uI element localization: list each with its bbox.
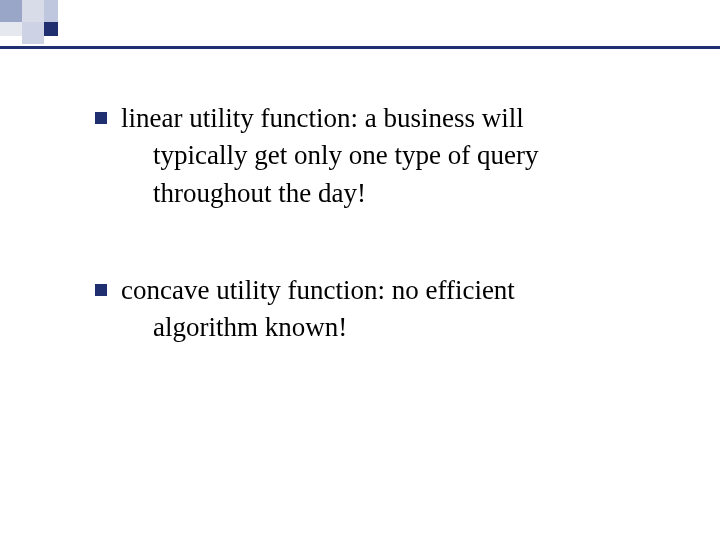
- bullet-lead-line: linear utility function: a business will: [121, 103, 524, 133]
- corner-decoration: [0, 0, 80, 46]
- bullet-lead-line: concave utility function: no efficient: [121, 275, 515, 305]
- list-item-text: linear utility function: a business will…: [121, 100, 660, 212]
- slide-content: linear utility function: a business will…: [95, 100, 660, 406]
- bullet-continuation: algorithm known!: [121, 309, 660, 346]
- list-item: concave utility function: no efficient a…: [95, 272, 660, 347]
- bullet-continuation: typically get only one type of query thr…: [121, 137, 660, 212]
- square-bullet-icon: [95, 284, 107, 296]
- square-bullet-icon: [95, 112, 107, 124]
- list-item: linear utility function: a business will…: [95, 100, 660, 212]
- header-rule: [0, 46, 720, 49]
- list-item-text: concave utility function: no efficient a…: [121, 272, 660, 347]
